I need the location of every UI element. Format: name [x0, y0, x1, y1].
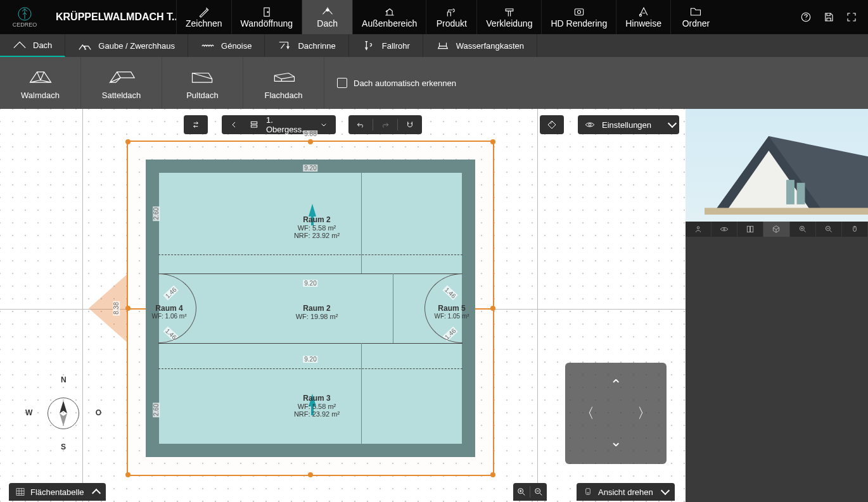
svg-rect-21 [786, 180, 795, 204]
magnet-icon[interactable] [402, 117, 418, 132]
svg-marker-11 [60, 401, 67, 413]
nav-down[interactable]: ⌄ [606, 432, 625, 451]
ruler-icon[interactable] [544, 117, 560, 132]
plan-canvas[interactable]: 1. Obergess... Einstellungen 9.88 8.38 [0, 109, 686, 502]
subtab-gaube[interactable]: Gaube / Zwerchhaus [65, 34, 188, 57]
subtab-fallrohr[interactable]: Fallrohr [349, 34, 423, 57]
roof-satteldach[interactable]: Satteldach [81, 57, 162, 109]
room-label: Raum 5WF: 1.05 m² [430, 304, 474, 320]
checkbox-icon[interactable] [337, 78, 347, 88]
roof-pultdach[interactable]: Pultdach [162, 57, 243, 109]
nav-right[interactable]: 〉 [635, 404, 654, 423]
tab-ordner[interactable]: Ordner [670, 0, 721, 34]
divider [158, 273, 463, 274]
roof-type-palette: Walmdach Satteldach Pultdach Flachdach D… [0, 57, 868, 109]
sub-toolbar: Dach Gaube / Zwerchhaus Génoise Dachrinn… [0, 34, 868, 57]
slope-arrow [309, 204, 316, 216]
eye-icon [582, 117, 598, 132]
tab-zeichnen[interactable]: Zeichnen [176, 0, 231, 34]
axis-v2 [537, 109, 538, 502]
room-label: Raum 2WF: 5.58 m²NRF: 23.92 m² [279, 215, 355, 239]
svg-rect-22 [797, 183, 805, 204]
svg-point-2 [267, 11, 269, 13]
svg-rect-4 [575, 9, 583, 15]
dim-side2: 2.60 [153, 403, 160, 417]
help-button[interactable] [797, 8, 815, 26]
svg-point-5 [577, 11, 580, 14]
divider [158, 254, 463, 255]
topbar: CEDREO KRÜPPELWALMDACH T... Zeichnen Wan… [0, 0, 868, 34]
svg-rect-16 [586, 489, 590, 494]
undo-redo-bar [348, 115, 422, 134]
zoom-in-icon[interactable] [513, 484, 530, 499]
preview-3d[interactable] [686, 109, 868, 222]
chevron-left-icon[interactable] [226, 117, 242, 132]
roof-walmdach[interactable]: Walmdach [0, 57, 81, 109]
svg-point-10 [589, 123, 591, 126]
rotate-view-toggle[interactable]: Ansicht drehen [577, 483, 675, 501]
nav-pad: ⌃ ⌄ 〈 〉 ↺ [565, 363, 667, 464]
floor-plan[interactable]: 9.88 8.38 9.20 9.20 9.20 2.60 2.60 1.46 … [127, 141, 494, 476]
save-button[interactable] [820, 8, 838, 26]
auto-detect-roof[interactable]: Dach automatisch erkennen [324, 57, 456, 109]
brand-logo[interactable]: CEDREO [0, 0, 49, 34]
subtab-genoise[interactable]: Génoise [188, 34, 265, 57]
preview-panel [686, 109, 868, 502]
svg-point-25 [724, 229, 725, 230]
nav-left[interactable]: 〈 [578, 404, 597, 423]
subtab-dachrinne[interactable]: Dachrinne [265, 34, 348, 57]
preview-mouse-icon[interactable] [842, 222, 868, 237]
svg-rect-23 [705, 208, 868, 215]
dim-height: 8.38 [113, 301, 120, 315]
preview-zoom-in-icon[interactable] [790, 222, 816, 237]
view-3d-icon[interactable] [763, 222, 789, 237]
divider [158, 368, 463, 369]
roof-flachdach[interactable]: Flachdach [243, 57, 324, 109]
view-person-icon[interactable] [686, 222, 712, 237]
tab-hdrendering[interactable]: HD Rendering [541, 0, 616, 34]
fullscreen-button[interactable] [843, 8, 860, 26]
subtab-wasserfang[interactable]: Wasserfangkasten [423, 34, 537, 57]
tab-verkleidung[interactable]: Verkleidung [476, 0, 541, 34]
preview-toolbar [686, 222, 868, 237]
nav-up[interactable]: ⌃ [606, 375, 625, 394]
area-table-toggle[interactable]: Flächentabelle [9, 483, 106, 501]
subtab-dach[interactable]: Dach [0, 34, 65, 57]
svg-marker-12 [60, 413, 67, 426]
undo-icon[interactable] [352, 117, 369, 132]
svg-rect-27 [751, 226, 753, 232]
divider [361, 172, 362, 273]
room-label: Raum 2WF: 19.98 m² [279, 304, 355, 320]
swap-bar [184, 115, 208, 134]
preview-zoom-out-icon[interactable] [816, 222, 842, 237]
svg-point-17 [588, 494, 589, 494]
svg-point-3 [326, 8, 329, 11]
compass: N S W O [25, 375, 101, 451]
tab-wandoeffnung[interactable]: Wandöffnung [231, 0, 302, 34]
divider [393, 273, 393, 343]
svg-rect-26 [748, 226, 750, 232]
topbar-actions [789, 0, 868, 34]
tab-aussenbereich[interactable]: Außenbereich [352, 0, 426, 34]
nav-reset[interactable]: ↺ [660, 467, 669, 480]
view-split-icon[interactable] [737, 222, 763, 237]
settings-bar[interactable]: Einstellungen [578, 115, 679, 134]
view-eye-icon[interactable] [712, 222, 737, 237]
svg-rect-13 [16, 489, 24, 496]
swap-icon[interactable] [188, 117, 204, 132]
tab-hinweise[interactable]: Hinweise [616, 0, 670, 34]
chevron-down-icon[interactable] [316, 117, 332, 132]
zoom-out-icon[interactable] [530, 484, 547, 499]
main-area: 1. Obergess... Einstellungen 9.88 8.38 [0, 109, 868, 502]
divider [361, 343, 362, 444]
level-selector[interactable]: 1. Obergess... [222, 115, 336, 134]
tab-produkt[interactable]: Produkt [426, 0, 476, 34]
main-tabs: Zeichnen Wandöffnung Dach Außenbereich P… [176, 0, 789, 34]
svg-rect-8 [251, 122, 257, 123]
dim-side1: 2.60 [153, 206, 160, 221]
divider [158, 343, 463, 344]
tab-dach[interactable]: Dach [302, 0, 352, 34]
floors-icon [246, 117, 262, 132]
redo-icon[interactable] [377, 117, 393, 132]
dim-inner-w2: 9.20 [303, 280, 317, 287]
